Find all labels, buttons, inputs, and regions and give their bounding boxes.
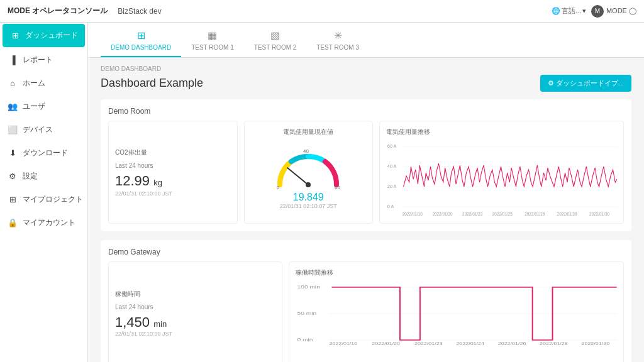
- content-area: ⊞ DEMO DASHBOARD ▦ TEST ROOM 1 ▧ TEST RO…: [88, 23, 644, 362]
- tab-icon-room3: ✳: [334, 30, 342, 41]
- lock-icon: 🔒: [8, 218, 18, 228]
- sidebar-label-user: ユーザ: [23, 101, 45, 112]
- svg-line-0: [287, 168, 308, 185]
- gateway-widgets: 稼働時間 Last 24 hours 1,450 min 22/01/31 02…: [108, 261, 624, 362]
- demo-room-title: Demo Room: [108, 107, 624, 116]
- device-icon: ⬜: [8, 125, 18, 134]
- sidebar-label-account: マイアカウント: [23, 217, 75, 228]
- page-content: DEMO DASHBOARD Dashboard Example ⚙ ダッシュボ…: [88, 58, 644, 362]
- user-icon: 👥: [8, 102, 18, 111]
- svg-text:2022/01/20: 2022/01/20: [432, 212, 452, 216]
- lang-text: 言語...: [562, 6, 581, 16]
- svg-text:2022/01/25: 2022/01/25: [492, 212, 513, 216]
- gauge-widget: 電気使用量現在値: [244, 121, 374, 224]
- electricity-chart-label: 電気使用量推移: [386, 128, 617, 136]
- marketplace-icon: ⊞: [8, 195, 18, 204]
- user-menu[interactable]: M MODE ◯: [591, 5, 636, 18]
- gear-icon: ⚙: [8, 172, 18, 181]
- sidebar-item-settings[interactable]: ⚙ 設定: [0, 165, 87, 188]
- breadcrumb: DEMO DASHBOARD: [101, 65, 631, 72]
- tab-icon-room2: ▧: [270, 30, 280, 41]
- co2-timestamp: 22/01/31 02:10:00 JST: [115, 190, 172, 197]
- grid-icon: ⊞: [10, 31, 20, 40]
- tab-label-room2: TEST ROOM 2: [254, 44, 297, 51]
- demo-room-widgets: CO2排出量 Last 24 hours 12.99 kg 22/01/31 0…: [108, 121, 624, 224]
- svg-text:100 min: 100 min: [297, 284, 320, 290]
- tab-label-demo: DEMO DASHBOARD: [111, 44, 171, 51]
- tab-demo-dashboard[interactable]: ⊞ DEMO DASHBOARD: [101, 25, 181, 57]
- avatar: M: [591, 5, 604, 18]
- sidebar-item-dashboard[interactable]: ⊞ ダッシュボード: [3, 24, 85, 47]
- co2-value: 12.99 kg: [115, 173, 162, 189]
- op-time-unit: min: [153, 319, 167, 329]
- sidebar-label-home: ホーム: [23, 78, 45, 89]
- tab-test-room-3[interactable]: ✳ TEST ROOM 3: [306, 25, 369, 57]
- svg-text:40 A: 40 A: [387, 163, 397, 169]
- gauge-timestamp: 22/01/31 02:10:07 JST: [280, 203, 337, 209]
- page-title: Dashboard Example: [101, 77, 203, 90]
- co2-subtext: Last 24 hours: [115, 162, 153, 169]
- sidebar-item-marketplace[interactable]: ⊞ マイプロジェクト: [0, 188, 87, 211]
- svg-text:2022/01/26: 2022/01/26: [525, 212, 545, 216]
- tab-label-room1: TEST ROOM 1: [191, 44, 234, 51]
- user-label: MODE ◯: [606, 7, 636, 15]
- page-title-row: Dashboard Example ⚙ ダッシュボードイプ...: [101, 75, 631, 92]
- gauge-label: 電気使用量現在値: [283, 128, 333, 136]
- svg-text:20 A: 20 A: [387, 184, 397, 189]
- topbar-right: 🌐 言語... ▾ M MODE ◯: [552, 5, 636, 18]
- op-time-chart-widget: 稼働時間推移 100 min 50 min 0 min: [289, 261, 624, 362]
- report-icon: ▐: [8, 55, 18, 65]
- op-time-chart-container: 100 min 50 min 0 min: [296, 282, 617, 358]
- svg-text:60 A: 60 A: [387, 143, 397, 149]
- brand-label: MODE オペレータコンソール: [8, 6, 108, 16]
- gauge-value: 19.849: [293, 192, 324, 203]
- svg-text:0 A: 0 A: [387, 204, 394, 209]
- sidebar: ⊞ ダッシュボード ▐ レポート ⌂ ホーム 👥 ユーザ ⬜ デバイス ⬇ ダウ…: [0, 23, 88, 362]
- download-icon: ⬇: [8, 148, 18, 158]
- app-label: BizStack dev: [118, 7, 161, 16]
- svg-text:0: 0: [277, 185, 280, 190]
- tab-test-room-2[interactable]: ▧ TEST ROOM 2: [244, 25, 307, 57]
- sidebar-item-user[interactable]: 👥 ユーザ: [0, 95, 87, 118]
- op-time-chart-label: 稼働時間推移: [296, 268, 617, 277]
- home-icon: ⌂: [8, 79, 18, 88]
- svg-text:40: 40: [303, 148, 309, 154]
- tab-test-room-1[interactable]: ▦ TEST ROOM 1: [181, 25, 244, 57]
- svg-text:50 min: 50 min: [297, 310, 317, 316]
- sidebar-label-device: デバイス: [23, 124, 53, 135]
- sidebar-item-report[interactable]: ▐ レポート: [0, 48, 87, 72]
- chevron-down-icon: ▾: [582, 7, 586, 15]
- sidebar-item-account[interactable]: 🔒 マイアカウント: [0, 211, 87, 234]
- electricity-chart-widget: 電気使用量推移 60 A 40 A 20 A 0 A: [379, 121, 624, 224]
- tab-label-room3: TEST ROOM 3: [316, 44, 359, 51]
- sidebar-label-settings: 設定: [23, 171, 38, 182]
- demo-gateway-card: Demo Gateway 稼働時間 Last 24 hours 1,450 mi…: [101, 240, 631, 362]
- sidebar-label-dashboard: ダッシュボード: [25, 30, 78, 41]
- sidebar-label-report: レポート: [23, 55, 53, 65]
- tab-icon-demo: ⊞: [137, 30, 145, 41]
- svg-text:2022/01/10: 2022/01/10: [330, 341, 358, 345]
- svg-text:2022/01/20: 2022/01/20: [372, 341, 401, 345]
- svg-text:2022/01/26: 2022/01/26: [498, 341, 526, 345]
- tab-icon-room1: ▦: [208, 30, 217, 41]
- lang-icon: 🌐: [552, 7, 560, 15]
- svg-text:2022/01/10: 2022/01/10: [402, 212, 423, 216]
- op-time-timestamp: 22/01/31 02:10:00 JST: [115, 331, 172, 337]
- open-dashboard-button[interactable]: ⚙ ダッシュボードイプ...: [540, 75, 631, 92]
- demo-room-card: Demo Room CO2排出量 Last 24 hours 12.99 kg …: [101, 99, 631, 231]
- svg-text:60: 60: [335, 185, 340, 190]
- language-selector[interactable]: 🌐 言語... ▾: [552, 6, 586, 16]
- svg-text:0 min: 0 min: [297, 337, 313, 343]
- op-time-label: 稼働時間: [115, 290, 140, 299]
- sidebar-item-device[interactable]: ⬜ デバイス: [0, 118, 87, 141]
- op-time-subtext: Last 24 hours: [115, 304, 153, 310]
- sidebar-item-download[interactable]: ⬇ ダウンロード: [0, 141, 87, 165]
- co2-widget: CO2排出量 Last 24 hours 12.99 kg 22/01/31 0…: [108, 121, 238, 224]
- sidebar-label-download: ダウンロード: [23, 148, 68, 158]
- co2-label: CO2排出量: [115, 148, 147, 157]
- sidebar-item-home[interactable]: ⌂ ホーム: [0, 72, 87, 95]
- svg-text:2022/01/28: 2022/01/28: [557, 212, 577, 216]
- svg-text:2022/01/28: 2022/01/28: [540, 341, 568, 345]
- svg-point-1: [306, 182, 311, 187]
- topbar: MODE オペレータコンソール BizStack dev 🌐 言語... ▾ M…: [0, 0, 644, 23]
